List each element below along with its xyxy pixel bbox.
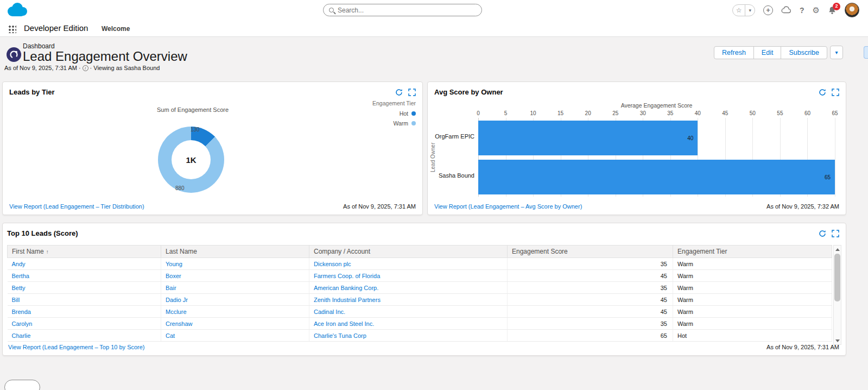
first-link[interactable]: Carolyn: [12, 320, 33, 327]
user-avatar[interactable]: [845, 3, 859, 17]
app-nav-bar: Developer Edition Welcome: [0, 20, 868, 37]
legend-item-hot[interactable]: Hot: [372, 110, 416, 117]
widget-expand-icon[interactable]: [408, 89, 416, 96]
view-report-link[interactable]: View Report (Lead Engagement – Avg Score…: [434, 203, 582, 210]
scroll-down-icon[interactable]: [834, 337, 841, 344]
last-link[interactable]: Young: [166, 261, 182, 267]
setup-gear-icon[interactable]: ⚙: [813, 6, 820, 14]
company-link[interactable]: Charlie's Tuna Corp: [314, 332, 366, 339]
widget-as-of: As of Nov 9, 2025, 7:31 AM: [766, 344, 839, 350]
search-input[interactable]: [338, 7, 468, 14]
cell-company: Cadinal Inc.: [309, 306, 508, 318]
last-link[interactable]: Dadio Jr: [166, 297, 188, 303]
widget-refresh-icon[interactable]: [819, 89, 826, 96]
right-panel-toggle[interactable]: [864, 46, 868, 59]
refresh-button[interactable]: Refresh: [714, 46, 754, 59]
global-actions-icon[interactable]: +: [763, 5, 773, 15]
legend-swatch: [411, 111, 416, 116]
first-link[interactable]: Andy: [12, 261, 26, 267]
cell-tier: Warm: [673, 318, 832, 330]
cell-company: American Banking Corp.: [309, 282, 508, 294]
last-link[interactable]: Bair: [166, 285, 176, 291]
favorites-caret-icon[interactable]: ▾: [745, 5, 755, 16]
last-link[interactable]: Mcclure: [166, 309, 187, 315]
as-of-text: As of Nov 9, 2025, 7:31 AM: [4, 65, 77, 71]
last-link[interactable]: Boxer: [166, 273, 181, 279]
scrollbar-thumb[interactable]: [834, 254, 840, 301]
company-link[interactable]: Zenith Industrial Partners: [314, 297, 381, 303]
dashboard-actions: Refresh Edit Subscribe ▾: [714, 46, 843, 59]
chart-legend: Engagement Tier Hot Warm: [372, 100, 416, 130]
first-link[interactable]: Bertha: [12, 273, 29, 279]
last-link[interactable]: Crenshaw: [166, 320, 193, 327]
table-header-row: First Name↑ Last Name Company / Account …: [8, 246, 832, 258]
x-axis-tick: 15: [557, 110, 563, 116]
company-link[interactable]: Ace Iron and Steel Inc.: [314, 320, 374, 327]
widget-title: Leads by Tier: [9, 88, 55, 96]
table-scrollbar[interactable]: [833, 245, 841, 345]
donut-center-total: 1K: [172, 140, 211, 179]
x-axis-tick: 10: [530, 110, 536, 116]
edit-button[interactable]: Edit: [753, 46, 782, 59]
view-report-link[interactable]: View Report (Lead Engagement – Top 10 by…: [8, 344, 145, 350]
column-header-score[interactable]: Engagement Score: [508, 246, 673, 258]
app-launcher-icon[interactable]: [8, 24, 16, 33]
company-link[interactable]: Dickenson plc: [314, 261, 351, 267]
page-title: Lead Engagement Overview: [23, 49, 187, 64]
first-link[interactable]: Charlie: [12, 332, 31, 339]
guidance-cloud-icon[interactable]: [781, 6, 791, 14]
chat-widget-button[interactable]: [4, 380, 40, 390]
column-header-tier[interactable]: Engagement Tier: [673, 246, 832, 258]
widget-leads-by-tier: Leads by Tier Sum of Engagement Score 1K…: [2, 81, 423, 215]
favorites-star-icon[interactable]: ☆: [733, 5, 745, 16]
cell-first: Brenda: [8, 306, 161, 318]
company-link[interactable]: American Banking Corp.: [314, 285, 378, 291]
view-report-link[interactable]: View Report (Lead Engagement – Tier Dist…: [9, 203, 144, 210]
cell-tier: Warm: [673, 258, 832, 270]
legend-swatch: [411, 121, 416, 125]
help-icon[interactable]: ?: [800, 7, 804, 14]
widget-expand-icon[interactable]: [832, 89, 839, 96]
scroll-up-icon[interactable]: [834, 246, 841, 253]
first-link[interactable]: Brenda: [12, 309, 31, 315]
info-icon[interactable]: i: [83, 65, 88, 71]
tab-welcome[interactable]: Welcome: [102, 25, 130, 33]
subscribe-button[interactable]: Subscribe: [781, 46, 827, 59]
cell-last: Crenshaw: [161, 318, 309, 330]
cell-tier: Warm: [673, 270, 832, 282]
donut-value-hot: 130: [191, 127, 200, 133]
sort-ascending-icon: ↑: [46, 249, 49, 255]
column-header-last-name[interactable]: Last Name: [161, 246, 309, 258]
bar[interactable]: 40: [478, 121, 698, 155]
last-link[interactable]: Cat: [166, 332, 175, 339]
leads-table-container: First Name↑ Last Name Company / Account …: [7, 245, 832, 345]
notifications-bell-icon[interactable]: 2: [828, 6, 837, 15]
cell-first: Bertha: [8, 270, 161, 282]
widget-expand-icon[interactable]: [832, 230, 839, 237]
bar-value-label: 65: [825, 174, 831, 180]
column-header-first-name[interactable]: First Name↑: [8, 246, 161, 258]
donut-chart-title: Sum of Engagement Score: [128, 106, 258, 113]
cell-score: 45: [508, 306, 673, 318]
legend-item-warm[interactable]: Warm: [372, 120, 416, 127]
bar[interactable]: 65: [478, 160, 835, 194]
cell-tier: Warm: [673, 282, 832, 294]
company-link[interactable]: Farmers Coop. of Florida: [314, 273, 380, 279]
widget-refresh-icon[interactable]: [819, 230, 826, 237]
cell-first: Andy: [8, 258, 161, 270]
table-row: BettyBairAmerican Banking Corp.35Warm: [8, 282, 832, 294]
donut-ring[interactable]: 1K: [158, 127, 224, 193]
x-axis-tick: 20: [585, 110, 591, 116]
first-link[interactable]: Betty: [12, 285, 26, 291]
viewing-as-text: Viewing as Sasha Bound: [93, 65, 160, 71]
company-link[interactable]: Cadinal Inc.: [314, 309, 345, 315]
widget-refresh-icon[interactable]: [395, 89, 403, 96]
cell-first: Bill: [8, 294, 161, 306]
first-link[interactable]: Bill: [12, 297, 20, 303]
cell-score: 35: [508, 258, 673, 270]
column-header-company[interactable]: Company / Account: [309, 246, 508, 258]
x-axis-tick: 40: [695, 110, 701, 116]
more-actions-caret-button[interactable]: ▾: [830, 46, 843, 59]
cell-company: Zenith Industrial Partners: [309, 294, 508, 306]
gridline: [835, 118, 835, 197]
